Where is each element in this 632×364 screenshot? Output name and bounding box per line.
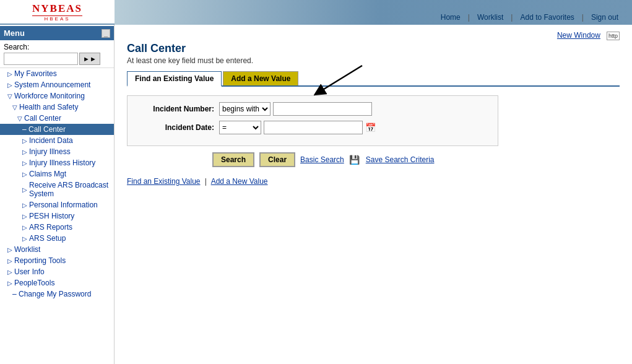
- top-nav-bar: Home | Worklist | Add to Favorites | Sig…: [115, 0, 632, 25]
- http-icon: http: [607, 32, 620, 40]
- incident-date-input[interactable]: [264, 121, 363, 134]
- calendar-icon[interactable]: 📅: [365, 123, 376, 132]
- sidebar-item-change-my-password[interactable]: – Change My Password: [0, 288, 114, 300]
- bottom-link-separator: |: [205, 177, 207, 186]
- sidebar-item-pesh-history[interactable]: ▷PESH History: [0, 210, 114, 222]
- sidebar-item-ars-setup[interactable]: ▷ARS Setup: [0, 233, 114, 244]
- sidebar-item-user-info[interactable]: ▷User Info: [0, 266, 114, 277]
- incident-number-controls: begins with contains ends with =: [219, 102, 372, 116]
- new-window-link[interactable]: New Window: [557, 31, 600, 40]
- nav-sign-out[interactable]: Sign out: [584, 13, 626, 22]
- form-buttons: Search Clear Basic Search 💾 Save Search …: [127, 152, 620, 167]
- search-button[interactable]: Search: [212, 152, 254, 167]
- clear-button[interactable]: Clear: [259, 152, 295, 167]
- main-content: New Window http Call Center At least one…: [115, 25, 632, 364]
- bottom-links: Find an Existing Value | Add a New Value: [127, 177, 620, 186]
- bottom-add-new-value-link[interactable]: Add a New Value: [211, 177, 268, 186]
- save-icon: 💾: [349, 155, 360, 165]
- sidebar-title: Menu: [4, 28, 25, 38]
- sidebar-search-input[interactable]: [4, 53, 78, 65]
- sidebar-search-label: Search:: [4, 43, 110, 51]
- incident-number-label: Incident Number:: [134, 105, 214, 113]
- sidebar-item-my-favorites[interactable]: ▷My Favorites: [0, 68, 114, 79]
- tabs-area: Find an Existing Value Add a New Value: [127, 71, 620, 87]
- incident-number-input[interactable]: [273, 102, 372, 116]
- incident-date-operator-select[interactable]: = not = < > between: [219, 121, 261, 134]
- sidebar-item-reporting-tools[interactable]: ▷Reporting Tools: [0, 255, 114, 266]
- save-search-criteria-button[interactable]: Save Search Criteria: [366, 155, 435, 164]
- logo-title: NYBEAS: [32, 2, 82, 15]
- sidebar-item-system-announcement[interactable]: ▷System Announcement: [0, 79, 114, 90]
- search-form: Incident Number: begins with contains en…: [127, 95, 498, 146]
- sidebar-item-workforce-monitoring[interactable]: ▽Workforce Monitoring: [0, 90, 114, 102]
- page-subtitle: At least one key field must be entered.: [127, 56, 620, 65]
- bottom-find-existing-value-link[interactable]: Find an Existing Value: [127, 177, 201, 186]
- page-title-area: Call Center At least one key field must …: [127, 42, 620, 65]
- page-title: Call Center: [127, 42, 620, 55]
- logo-area: NYBEAS HBEAS: [0, 0, 115, 25]
- sidebar-item-call-center-group[interactable]: ▽Call Center: [0, 113, 114, 124]
- basic-search-button[interactable]: Basic Search: [300, 155, 344, 164]
- sidebar-item-ars-reports[interactable]: ▷ARS Reports: [0, 222, 114, 233]
- sidebar-item-worklist[interactable]: ▷Worklist: [0, 244, 114, 255]
- nav-worklist[interactable]: Worklist: [470, 13, 511, 22]
- sidebar-item-incident-data[interactable]: ▷Incident Data: [0, 135, 114, 146]
- incident-date-controls: = not = < > between 📅: [219, 121, 376, 134]
- sidebar-item-people-tools[interactable]: ▷PeopleTools: [0, 277, 114, 288]
- sidebar-search-go-button[interactable]: ►►: [79, 53, 100, 65]
- sidebar-header: Menu _: [0, 26, 114, 40]
- new-window-area: New Window http: [127, 31, 620, 40]
- sidebar-nav: ▷My Favorites ▷System Announcement ▽Work…: [0, 68, 114, 300]
- logo-subtitle: HBEAS: [32, 15, 82, 22]
- sidebar-search-area: Search: ►►: [0, 40, 114, 68]
- sidebar-item-injury-illness-history[interactable]: ▷Injury Illness History: [0, 157, 114, 168]
- sidebar-item-receive-ars-broadcast[interactable]: ▷Receive ARS Broadcast System: [0, 180, 114, 199]
- tab-find-existing-value[interactable]: Find an Existing Value: [127, 71, 222, 87]
- sidebar-minimize-button[interactable]: _: [102, 29, 110, 38]
- nav-home[interactable]: Home: [433, 13, 468, 22]
- incident-number-operator-select[interactable]: begins with contains ends with =: [219, 102, 271, 116]
- sidebar-item-call-center-active[interactable]: – Call Center: [0, 124, 114, 135]
- incident-date-row: Incident Date: = not = < > between 📅: [134, 121, 491, 134]
- sidebar-item-injury-illness[interactable]: ▷Injury Illness: [0, 146, 114, 157]
- top-navigation: Home | Worklist | Add to Favorites | Sig…: [433, 13, 626, 22]
- nav-add-to-favorites[interactable]: Add to Favorites: [513, 13, 581, 22]
- incident-number-row: Incident Number: begins with contains en…: [134, 102, 491, 116]
- sidebar-item-personal-information[interactable]: ▷Personal Information: [0, 199, 114, 210]
- tab-add-new-value[interactable]: Add a New Value: [223, 71, 298, 85]
- sidebar-item-claims-mgt[interactable]: ▷Claims Mgt: [0, 168, 114, 180]
- incident-date-label: Incident Date:: [134, 123, 214, 132]
- sidebar: Menu _ Search: ►► ▷My Favorites ▷System …: [0, 25, 115, 364]
- sidebar-item-health-and-safety[interactable]: ▽Health and Safety: [0, 102, 114, 113]
- sidebar-search-row: ►►: [4, 53, 110, 65]
